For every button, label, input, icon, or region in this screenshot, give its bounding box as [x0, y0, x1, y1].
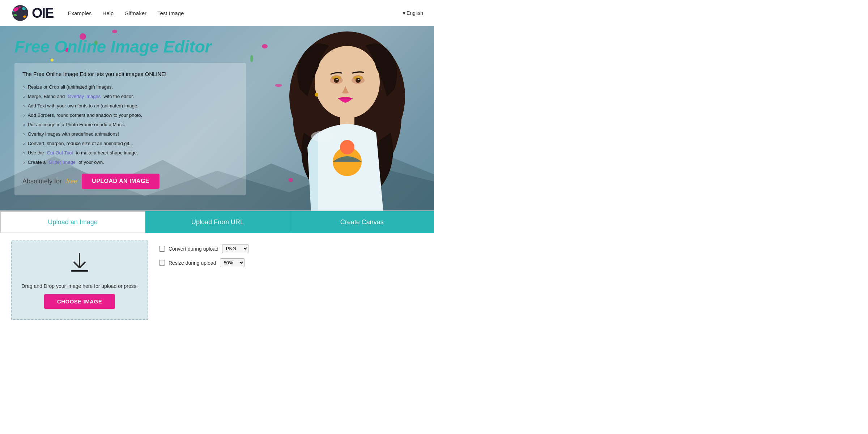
convert-checkbox[interactable] — [159, 246, 165, 252]
feature-7: Convert, sharpen, reduce size of an anim… — [22, 139, 238, 148]
feature-2: Merge, Blend and Overlay Images with the… — [22, 92, 238, 101]
glitter-image-link[interactable]: Glitter Image — [49, 158, 76, 166]
drop-text: Drag and Drop your image here for upload… — [21, 283, 137, 289]
upload-area: Drag and Drop your image here for upload… — [0, 233, 434, 327]
hero-content: Free Online Image Editor The Free Online… — [0, 26, 260, 206]
feature-3: Add Text with your own fonts to an (anim… — [22, 101, 238, 111]
resize-checkbox[interactable] — [159, 260, 165, 266]
cut-out-tool-link[interactable]: Cut Out Tool — [47, 149, 73, 157]
logo-text: OIE — [32, 5, 53, 21]
test-image-link[interactable]: Test Image — [157, 10, 184, 16]
svg-point-10 — [315, 46, 380, 118]
hero-description: The Free Online Image Editor lets you ed… — [14, 63, 246, 195]
hero-title: Free Online Image Editor — [14, 37, 246, 56]
navbar: OIE Examples Help Gifmaker Test Image ▼E… — [0, 0, 434, 26]
logo-area: OIE — [11, 4, 53, 22]
resize-label: Resize during upload — [169, 260, 216, 266]
feature-9: Create a Glitter Image of your own. — [22, 158, 238, 167]
svg-point-6 — [13, 11, 14, 12]
resize-option-row: Resize during upload 50% 25% 75% 100% — [159, 258, 248, 267]
hero-intro: The Free Online Image Editor lets you ed… — [22, 69, 238, 79]
svg-point-23 — [340, 140, 354, 154]
svg-point-25 — [315, 93, 318, 97]
feature-4: Add Borders, round corners and shadow to… — [22, 111, 238, 120]
nav-links: Examples Help Gifmaker Test Image — [68, 10, 401, 16]
resize-percent-select[interactable]: 50% 25% 75% 100% — [220, 258, 244, 267]
options-area: Convert during upload PNG JPG GIF WEBP R… — [159, 241, 248, 267]
tabs-section: Upload an Image Upload From URL Create C… — [0, 210, 434, 233]
svg-point-20 — [358, 79, 359, 80]
cta-line: Absolutely for free UPLOAD AN IMAGE — [22, 174, 238, 189]
tab-upload-image[interactable]: Upload an Image — [0, 211, 145, 233]
girl-svg — [264, 26, 430, 210]
cta-text: Absolutely for — [22, 176, 62, 187]
svg-point-17 — [334, 78, 339, 83]
help-link[interactable]: Help — [102, 10, 114, 16]
feature-1: Resize or Crop all (animated gif) images… — [22, 82, 238, 92]
feature-6: Overlay images with predefined animation… — [22, 129, 238, 139]
convert-format-select[interactable]: PNG JPG GIF WEBP — [222, 244, 248, 253]
svg-point-5 — [18, 6, 21, 8]
hero-upload-button[interactable]: UPLOAD AN IMAGE — [82, 174, 159, 189]
convert-label: Convert during upload — [169, 246, 218, 252]
tab-create-canvas[interactable]: Create Canvas — [290, 211, 434, 233]
feature-8: Use the Cut Out Tool to make a heart sha… — [22, 148, 238, 158]
tab-upload-url[interactable]: Upload From URL — [145, 211, 290, 233]
cta-free: free — [66, 176, 77, 187]
examples-link[interactable]: Examples — [68, 10, 92, 16]
language-selector[interactable]: ▼English — [401, 10, 423, 16]
svg-point-18 — [356, 78, 361, 83]
choose-image-button[interactable]: CHOOSE IMAGE — [44, 294, 115, 309]
logo-icon — [11, 4, 30, 22]
feature-list: Resize or Crop all (animated gif) images… — [22, 82, 238, 167]
convert-option-row: Convert during upload PNG JPG GIF WEBP — [159, 244, 248, 253]
feature-5: Put an image in a Photo Frame or add a M… — [22, 120, 238, 129]
svg-point-24 — [311, 131, 333, 142]
upload-icon — [69, 252, 90, 278]
girl-illustration — [260, 26, 434, 210]
gifmaker-link[interactable]: Gifmaker — [124, 10, 146, 16]
hero-section: Free Online Image Editor The Free Online… — [0, 26, 434, 210]
svg-point-19 — [336, 79, 338, 80]
drop-zone[interactable]: Drag and Drop your image here for upload… — [11, 241, 148, 320]
overlay-images-link[interactable]: Overlay Images — [68, 93, 101, 101]
